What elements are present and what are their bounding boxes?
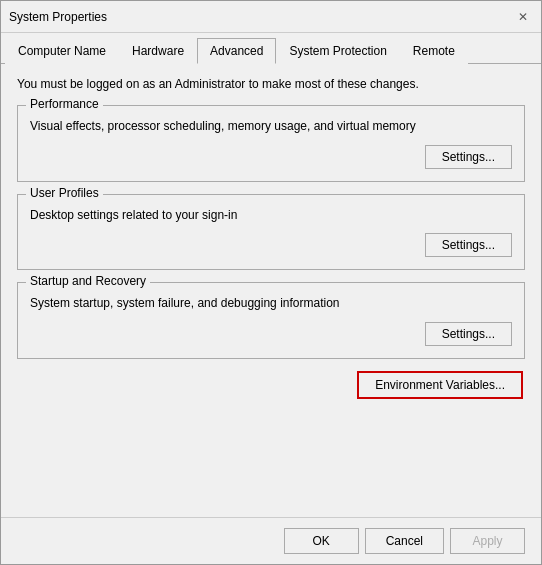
user-profiles-group-label: User Profiles — [26, 186, 103, 200]
tab-content: You must be logged on as an Administrato… — [1, 64, 541, 517]
window-title: System Properties — [9, 10, 107, 24]
user-profiles-description: Desktop settings related to your sign-in — [30, 207, 512, 224]
tab-bar: Computer Name Hardware Advanced System P… — [1, 33, 541, 64]
environment-variables-button[interactable]: Environment Variables... — [357, 371, 523, 399]
user-profiles-settings-button[interactable]: Settings... — [425, 233, 512, 257]
admin-notice: You must be logged on as an Administrato… — [17, 76, 525, 93]
performance-group: Performance Visual effects, processor sc… — [17, 105, 525, 182]
environment-variables-row: Environment Variables... — [17, 371, 525, 399]
performance-description: Visual effects, processor scheduling, me… — [30, 118, 512, 135]
startup-recovery-settings-button[interactable]: Settings... — [425, 322, 512, 346]
title-bar: System Properties ✕ — [1, 1, 541, 33]
user-profiles-group: User Profiles Desktop settings related t… — [17, 194, 525, 271]
tab-computer-name[interactable]: Computer Name — [5, 38, 119, 64]
system-properties-window: System Properties ✕ Computer Name Hardwa… — [0, 0, 542, 565]
tab-remote[interactable]: Remote — [400, 38, 468, 64]
tab-advanced[interactable]: Advanced — [197, 38, 276, 64]
ok-button[interactable]: OK — [284, 528, 359, 554]
startup-recovery-description: System startup, system failure, and debu… — [30, 295, 512, 312]
apply-button[interactable]: Apply — [450, 528, 525, 554]
footer: OK Cancel Apply — [1, 517, 541, 564]
cancel-button[interactable]: Cancel — [365, 528, 444, 554]
startup-recovery-group-label: Startup and Recovery — [26, 274, 150, 288]
tab-hardware[interactable]: Hardware — [119, 38, 197, 64]
performance-group-label: Performance — [26, 97, 103, 111]
close-button[interactable]: ✕ — [513, 7, 533, 27]
tab-system-protection[interactable]: System Protection — [276, 38, 399, 64]
startup-recovery-group: Startup and Recovery System startup, sys… — [17, 282, 525, 359]
performance-settings-button[interactable]: Settings... — [425, 145, 512, 169]
